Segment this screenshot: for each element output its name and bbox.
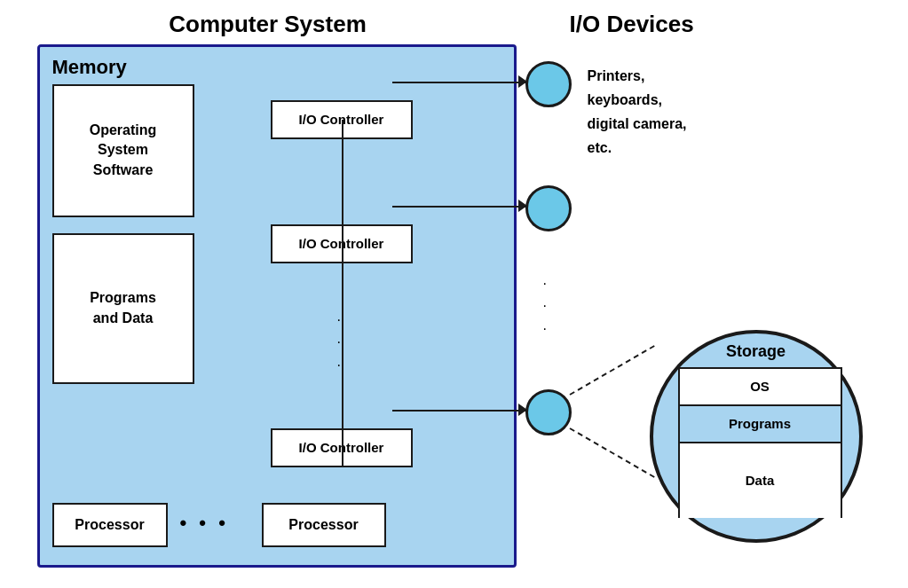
storage-data-label: Data: [680, 443, 841, 518]
vertical-bus-line: [342, 120, 343, 467]
io-devices-title: I/O Devices: [570, 11, 694, 38]
main-title: Computer System: [37, 11, 499, 38]
memory-label: Memory: [52, 56, 127, 79]
os-software-label: OperatingSystemSoftware: [90, 121, 157, 180]
storage-inner-box: OS Programs Data: [678, 367, 842, 518]
computer-system-box: Memory OperatingSystemSoftware Programsa…: [37, 44, 517, 568]
io-devices-description: Printers,keyboards,digital camera,etc.: [588, 64, 687, 161]
os-software-box: OperatingSystemSoftware: [52, 84, 194, 217]
processor-dots: • • •: [180, 512, 229, 535]
connector-line-3: [392, 410, 528, 412]
io-device-circle-1: [525, 61, 572, 107]
io-device-circle-2: [525, 185, 572, 231]
processor-right-box: Processor: [262, 503, 386, 547]
storage-circle: Storage OS Programs Data: [650, 330, 863, 543]
diagram-container: Computer System I/O Devices Memory Opera…: [20, 11, 889, 578]
io-device-circle-3: [525, 389, 572, 435]
storage-label: Storage: [726, 342, 786, 361]
dashed-line-bottom: [569, 427, 654, 478]
io-dots-left: ···: [337, 309, 341, 377]
programs-data-box: Programsand Data: [52, 233, 194, 384]
connector-line-1: [392, 82, 528, 83]
connector-line-2: [392, 206, 528, 208]
processor-left-box: Processor: [52, 503, 168, 547]
programs-data-label: Programsand Data: [90, 288, 156, 328]
io-dots-right: ···: [543, 272, 547, 341]
dashed-line-top: [569, 345, 654, 396]
storage-programs-label: Programs: [680, 406, 841, 443]
storage-os-label: OS: [680, 369, 841, 406]
